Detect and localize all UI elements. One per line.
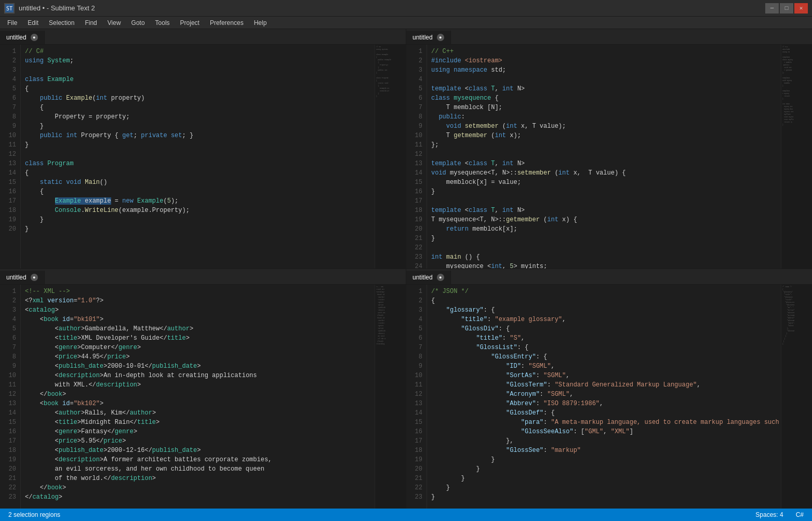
code-content-bottom-right[interactable]: /* JSON */ { "glossary": { "title": "exa… xyxy=(427,285,781,509)
window-controls[interactable]: ─ □ ✕ xyxy=(765,3,808,14)
pane-top-left: untitled ● 123 456 789 101112 131415 161… xyxy=(0,29,406,269)
line-numbers-top-left: 123 456 789 101112 131415 161718 1920 xyxy=(0,45,21,269)
status-left: 2 selection regions xyxy=(8,511,60,518)
tab-bottom-left[interactable]: untitled ● xyxy=(0,271,45,284)
tab-label: untitled xyxy=(412,274,433,281)
menu-preferences[interactable]: Preferences xyxy=(205,18,249,28)
minimap-top-left: // C# using System; class Example { publ… xyxy=(375,45,406,269)
menu-view[interactable]: View xyxy=(102,18,126,28)
line-numbers-bottom-left: 123 456 789 101112 131415 161718 192021 … xyxy=(0,285,21,509)
maximize-button[interactable]: □ xyxy=(780,3,793,14)
tab-top-right[interactable]: untitled ● xyxy=(406,31,451,44)
titlebar-left: ST untitled • - Sublime Text 2 xyxy=(4,3,95,14)
pane-bottom-left: untitled ● 123 456 789 101112 131415 161… xyxy=(0,269,406,509)
tab-bar-top-right: untitled ● xyxy=(406,29,812,45)
menubar: File Edit Selection Find View Goto Tools… xyxy=(0,17,812,29)
code-content-top-left[interactable]: // C# using System; class Example { publ… xyxy=(21,45,375,269)
menu-file[interactable]: File xyxy=(2,18,22,28)
minimap-top-right: // C++ #include using ns template class … xyxy=(781,45,812,269)
minimize-button[interactable]: ─ xyxy=(765,3,779,14)
tab-label: untitled xyxy=(412,34,433,41)
minimap-content: // C# using System; class Example { publ… xyxy=(375,45,406,99)
tab-bottom-right[interactable]: untitled ● xyxy=(406,271,451,284)
tab-label: untitled xyxy=(6,274,26,281)
titlebar: ST untitled • - Sublime Text 2 ─ □ ✕ xyxy=(0,0,812,17)
menu-selection[interactable]: Selection xyxy=(44,18,79,28)
menu-edit[interactable]: Edit xyxy=(22,18,44,28)
app-icon: ST xyxy=(4,3,15,14)
status-language: C# xyxy=(796,511,804,518)
menu-project[interactable]: Project xyxy=(175,18,205,28)
tab-bar-bottom-right: untitled ● xyxy=(406,269,812,285)
code-area-top-left[interactable]: 123 456 789 101112 131415 161718 1920 //… xyxy=(0,45,406,269)
minimap-bottom-left: <!-- XML <?xml ver <catalog> <book id <a… xyxy=(375,285,406,509)
pane-bottom-right: untitled ● 123 456 789 101112 131415 161… xyxy=(406,269,812,509)
tab-close-button[interactable]: ● xyxy=(437,34,444,41)
menu-help[interactable]: Help xyxy=(249,18,272,28)
menu-goto[interactable]: Goto xyxy=(126,18,150,28)
svg-text:ST: ST xyxy=(6,6,12,11)
tab-top-left[interactable]: untitled ● xyxy=(0,31,45,44)
tab-bar-bottom-left: untitled ● xyxy=(0,269,406,285)
menu-tools[interactable]: Tools xyxy=(150,18,175,28)
editor-container: untitled ● 123 456 789 101112 131415 161… xyxy=(0,29,812,509)
menu-find[interactable]: Find xyxy=(79,18,102,28)
code-area-bottom-right[interactable]: 123 456 789 101112 131415 161718 192021 … xyxy=(406,285,812,509)
close-button[interactable]: ✕ xyxy=(794,3,808,14)
tab-close-button[interactable]: ● xyxy=(31,274,38,281)
window-title: untitled • - Sublime Text 2 xyxy=(19,4,95,12)
tab-bar-top-left: untitled ● xyxy=(0,29,406,45)
code-area-top-right[interactable]: 123 456 789 101112 131415 161718 192021 … xyxy=(406,45,812,269)
code-content-bottom-left[interactable]: <!-- XML --> <?xml version="1.0"?> <cata… xyxy=(21,285,375,509)
tab-close-button[interactable]: ● xyxy=(437,274,444,281)
minimap-bottom-right: /* JSON */ { "glossary" "title": "GlossD… xyxy=(781,285,812,509)
tab-label: untitled xyxy=(6,34,26,41)
status-spaces: Spaces: 4 xyxy=(755,511,783,518)
pane-top-right: untitled ● 123 456 789 101112 131415 161… xyxy=(406,29,812,269)
code-area-bottom-left[interactable]: 123 456 789 101112 131415 161718 192021 … xyxy=(0,285,406,509)
line-numbers-bottom-right: 123 456 789 101112 131415 161718 192021 … xyxy=(406,285,427,509)
line-numbers-top-right: 123 456 789 101112 131415 161718 192021 … xyxy=(406,45,427,269)
statusbar: 2 selection regions Spaces: 4 C# xyxy=(0,509,812,521)
statusbar-right: Spaces: 4 C# xyxy=(755,511,804,518)
minimap-content-right: // C++ #include using ns template class … xyxy=(781,45,812,127)
code-content-top-right[interactable]: // C++ #include <iostream> using namespa… xyxy=(427,45,781,269)
tab-close-button[interactable]: ● xyxy=(31,34,38,41)
